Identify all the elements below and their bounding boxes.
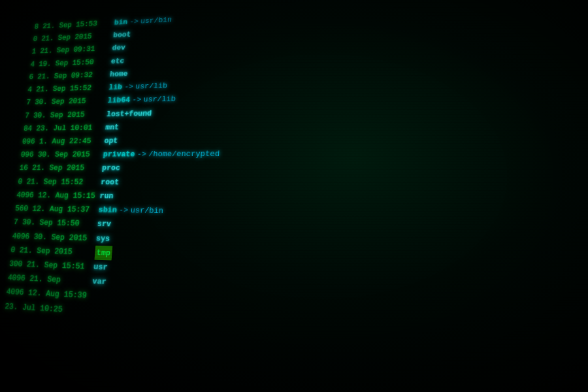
symlink-target: usr/bin <box>130 203 164 218</box>
filename: proc <box>101 161 120 175</box>
symlink-arrow: -> <box>123 80 133 94</box>
file-entry-mnt: mnt <box>105 119 222 134</box>
filename: mnt <box>105 120 120 134</box>
symlink-arrow: -> <box>129 15 139 28</box>
filename: opt <box>104 134 118 148</box>
filename: sys <box>95 231 110 246</box>
meta-row: 4096 12. Aug 15:15 <box>16 188 95 203</box>
filename: private <box>103 148 135 161</box>
filename: home <box>109 67 128 81</box>
meta-row: 84 23. Jul 10:01 <box>23 121 101 135</box>
symlink-arrow: -> <box>137 148 147 161</box>
symlink-target: usr/lib <box>143 92 176 106</box>
symlink-arrow: -> <box>132 93 142 107</box>
file-entry-proc: proc <box>101 161 219 176</box>
terminal-content: 8 21. Sep 15:53 0 21. Sep 2015 1 21. Sep… <box>0 0 588 392</box>
symlink-target: usr/lib <box>135 79 168 93</box>
filename: root <box>100 175 119 189</box>
filename-highlighted: tmp <box>94 246 112 261</box>
filename: boot <box>113 28 131 42</box>
meta-row: 096 1. Aug 22:45 <box>22 134 101 148</box>
file-entry-lost-found: lost+found <box>106 105 222 121</box>
file-entry-opt: opt <box>104 133 221 148</box>
filename: lib <box>108 80 123 94</box>
meta-row: 0 21. Sep 15:52 <box>18 175 97 189</box>
file-entry-root: root <box>100 175 218 190</box>
filename: bin <box>114 16 128 29</box>
symlink-arrow: -> <box>118 203 129 218</box>
filename: etc <box>110 54 125 68</box>
file-entry-private: private -> /home/encrypted <box>103 147 220 161</box>
filename: dev <box>112 41 126 55</box>
symlink-target: /home/encrypted <box>148 147 220 161</box>
file-entry-run: run <box>99 189 218 204</box>
meta-row: 560 12. Aug 15:37 <box>14 202 95 217</box>
filename: usr <box>93 260 108 275</box>
filename: var <box>92 274 107 289</box>
filename: run <box>99 189 114 203</box>
meta-row: 7 30. Sep 2015 <box>25 94 104 109</box>
filename: lib64 <box>107 93 131 107</box>
meta-row: 7 30. Sep 15:50 <box>13 216 93 231</box>
filename: lost+found <box>106 106 152 121</box>
filename: sbin <box>98 203 118 218</box>
meta-row: 096 30. Sep 2015 <box>20 148 99 161</box>
symlink-target: usr/bin <box>140 13 172 27</box>
meta-row: 16 21. Sep 2015 <box>19 161 99 175</box>
filename: srv <box>97 217 112 231</box>
file-entry-sbin: sbin -> usr/bin <box>98 203 217 220</box>
meta-row: 7 30. Sep 2015 <box>24 107 103 122</box>
terminal-window: 8 21. Sep 15:53 0 21. Sep 2015 1 21. Sep… <box>0 0 588 392</box>
